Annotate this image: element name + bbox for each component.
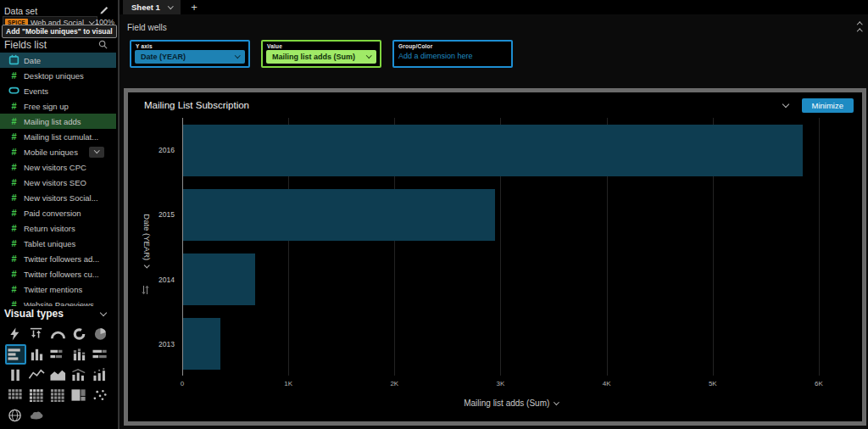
field-item-twitter-followers-cu[interactable]: #Twitter followers cu...: [0, 266, 116, 281]
area-icon: [50, 368, 66, 382]
visual-type-pivot-table[interactable]: [26, 385, 47, 405]
visual-type-heat-map[interactable]: [5, 385, 26, 405]
sheet-tab[interactable]: Sheet 1: [123, 0, 181, 14]
y-axis-field-name: Date (YEAR): [141, 53, 186, 61]
sort-icon[interactable]: [142, 283, 149, 298]
field-item-twitter-followers-ad[interactable]: #Twitter followers ad...: [0, 251, 116, 266]
table-icon: [50, 388, 66, 402]
auto-graph-icon: [8, 327, 24, 341]
field-item-paid-conversion[interactable]: #Paid conversion: [0, 205, 116, 220]
visual-type-line[interactable]: [26, 365, 47, 385]
calendar-icon: [8, 54, 20, 67]
field-label: New visitors Social...: [24, 193, 98, 203]
visual-type-area[interactable]: [47, 365, 69, 385]
field-item-twitter-mentions[interactable]: #Twitter mentions: [0, 281, 116, 297]
hash-icon: #: [8, 178, 20, 187]
visual-type-points-on-map[interactable]: [26, 405, 47, 426]
points-on-map-icon: [29, 409, 45, 422]
field-item-events[interactable]: Events: [0, 83, 116, 98]
value-well[interactable]: Value Mailing list adds (Sum): [261, 40, 381, 68]
value-field-pill[interactable]: Mailing list adds (Sum): [266, 50, 376, 64]
field-label: Return visitors: [24, 224, 75, 233]
field-item-new-visitors-social[interactable]: #New visitors Social...: [0, 190, 116, 205]
y-axis-title[interactable]: Date (YEAR): [142, 214, 152, 266]
y-tick-label-2013: 2013: [159, 340, 175, 348]
field-item-free-sign-up[interactable]: #Free sign up: [0, 98, 116, 114]
field-item-new-visitors-seo[interactable]: #New visitors SEO: [0, 175, 116, 190]
visual-type-auto-graph[interactable]: [5, 324, 26, 344]
field-menu-button[interactable]: [89, 147, 104, 158]
add-sheet-button[interactable]: +: [181, 0, 208, 14]
collapse-panel-icon[interactable]: [858, 21, 862, 33]
visual-type-horizontal-stacked-bar[interactable]: [47, 344, 69, 365]
visual-type-gauge[interactable]: [47, 324, 69, 344]
x-axis-title[interactable]: Mailing list adds (Sum): [464, 398, 559, 408]
pivot-table-icon: [29, 388, 45, 402]
pie-icon: [92, 327, 108, 341]
field-item-mailing-list-cumulat[interactable]: #Mailing list cumulat...: [0, 129, 116, 144]
visual-types-title: Visual types: [4, 308, 64, 320]
visual-type-waterfall[interactable]: [5, 365, 26, 385]
field-wells-bar: Field wells: [127, 21, 861, 33]
visual-type-vertical-stacked-bar[interactable]: [69, 344, 90, 365]
visual-type-geospatial-map[interactable]: [5, 405, 26, 426]
chevron-down-icon: [554, 399, 559, 404]
y-tick-label-2015: 2015: [159, 210, 175, 219]
field-wells-label[interactable]: Field wells: [127, 23, 167, 32]
visual-type-kpi[interactable]: [26, 324, 47, 344]
add-dimension-link[interactable]: Add a dimension here: [398, 52, 473, 60]
visual-type-vertical-bar[interactable]: [26, 344, 47, 365]
field-item-new-visitors-cpc[interactable]: #New visitors CPC: [0, 159, 116, 175]
visual-type-horizontal-bar[interactable]: [5, 344, 26, 365]
minimize-button[interactable]: Minimize: [802, 98, 854, 113]
group-color-well[interactable]: Group/Color Add a dimension here: [392, 40, 513, 68]
scatter-plot-icon: [92, 388, 108, 402]
visual-type-pie[interactable]: [90, 324, 111, 344]
bar-line-combo-icon: [71, 368, 87, 382]
bar-2013[interactable]: [182, 318, 220, 370]
horizontal-bar-icon: [8, 348, 24, 361]
visual-type-horizontal-stacked-100-bar[interactable]: [90, 344, 111, 365]
field-item-return-visitors[interactable]: #Return visitors: [0, 220, 116, 236]
field-wells: Y axis Date (YEAR) Value Mailing list ad…: [130, 40, 513, 68]
field-item-desktop-uniques[interactable]: #Desktop uniques: [0, 68, 116, 83]
x-tick-label: 6K: [815, 380, 823, 387]
field-item-tablet-uniques[interactable]: #Tablet uniques: [0, 236, 116, 251]
field-label: Mobile uniques: [24, 148, 78, 157]
y-tick-label-2016: 2016: [159, 146, 175, 154]
chevron-down-icon: [168, 3, 173, 8]
chevron-icon: [144, 262, 149, 267]
visual-type-table[interactable]: [47, 385, 69, 405]
edit-dataset-icon[interactable]: [99, 3, 109, 19]
hash-icon: #: [8, 117, 20, 126]
field-item-website-pageviews[interactable]: #Website Pageviews: [0, 297, 116, 306]
visual-type-tree-map[interactable]: [69, 385, 90, 405]
bar-2014[interactable]: [182, 254, 255, 305]
visual-type-donut[interactable]: [69, 324, 90, 344]
visual-type-stacked-combo[interactable]: [90, 365, 111, 385]
hash-icon: #: [8, 163, 20, 172]
field-item-date[interactable]: Date: [0, 53, 116, 68]
x-tick-label: 5K: [709, 380, 717, 387]
visual-type-bar-line-combo[interactable]: [69, 365, 90, 385]
field-label: Twitter followers cu...: [24, 270, 99, 279]
bar-2015[interactable]: [182, 189, 495, 241]
dimension-icon: [8, 85, 20, 98]
field-item-mailing-list-adds[interactable]: #Mailing list adds: [0, 114, 116, 129]
chevron-down-icon: [89, 19, 94, 24]
y-axis-field-pill[interactable]: Date (YEAR): [135, 50, 245, 64]
donut-icon: [71, 327, 87, 341]
field-label: Mailing list adds: [24, 117, 81, 126]
bar-2016[interactable]: [182, 125, 803, 176]
visual-type-scatter-plot[interactable]: [90, 385, 111, 405]
visual-container[interactable]: Mailing List Subscription Minimize Date …: [124, 88, 866, 426]
main-area: Sheet 1 + Field wells Y axis Date (YEAR)…: [120, 0, 868, 429]
y-axis-well[interactable]: Y axis Date (YEAR): [130, 40, 250, 68]
visual-types-header[interactable]: Visual types: [0, 306, 118, 321]
hash-icon: #: [8, 193, 20, 203]
field-item-mobile-uniques[interactable]: #Mobile uniques: [0, 144, 116, 159]
search-icon[interactable]: [98, 37, 108, 53]
hash-icon: #: [8, 254, 20, 264]
visual-menu-icon[interactable]: [782, 100, 788, 107]
stacked-combo-icon: [92, 368, 108, 382]
